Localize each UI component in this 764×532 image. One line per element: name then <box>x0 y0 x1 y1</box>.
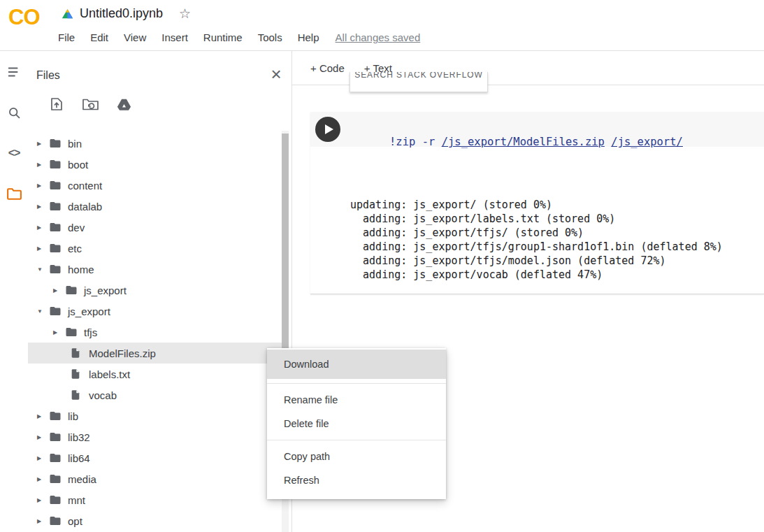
tree-item-label: etc <box>68 243 82 254</box>
code-line[interactable]: !zip -r /js_export/ModelFiles.zip /js_ex… <box>350 110 683 148</box>
folder-icon <box>49 305 62 317</box>
code-path-link[interactable]: /js_export/ <box>611 136 683 148</box>
menu-insert[interactable]: Insert <box>154 29 196 46</box>
table-of-contents-icon[interactable] <box>4 62 24 82</box>
folder-icon <box>49 473 62 485</box>
context-menu-item-delete-file[interactable]: Delete file <box>267 412 446 436</box>
menu-edit[interactable]: Edit <box>82 29 116 46</box>
upload-icon[interactable] <box>46 94 67 114</box>
folder-icon <box>49 158 62 171</box>
chevron-right-icon[interactable]: ▶ <box>37 518 49 524</box>
code-snippets-icon[interactable]: <> <box>4 143 24 163</box>
chevron-right-icon[interactable]: ▶ <box>37 434 49 440</box>
code-cell-editor[interactable]: !zip -r /js_export/ModelFiles.zip /js_ex… <box>310 112 764 147</box>
star-icon[interactable]: ☆ <box>179 6 191 22</box>
output-line: adding: js_export/tfjs/ (stored 0%) <box>350 226 764 240</box>
chevron-right-icon[interactable]: ▶ <box>37 182 49 189</box>
tree-item-lib64[interactable]: ▶lib64 <box>28 447 282 468</box>
colab-logo[interactable]: CO <box>8 5 40 30</box>
mount-drive-icon[interactable] <box>113 94 134 114</box>
tree-item-vocab[interactable]: vocab <box>28 384 282 405</box>
folder-icon <box>49 263 62 275</box>
tree-item-datalab[interactable]: ▶datalab <box>28 196 282 217</box>
code-text <box>605 136 611 148</box>
folder-icon <box>49 410 62 422</box>
context-menu-item-download[interactable]: Download <box>267 350 446 379</box>
context-menu-item-refresh[interactable]: Refresh <box>267 468 446 492</box>
add-code-button[interactable]: + Code <box>303 58 352 78</box>
refresh-folder-icon[interactable] <box>80 94 101 114</box>
notebook-title[interactable]: Untitled0.ipynb <box>80 6 163 21</box>
code-path-link[interactable]: /js_export/ModelFiles.zip <box>442 136 605 148</box>
chevron-right-icon[interactable]: ▶ <box>37 203 49 210</box>
tree-item-label: lib64 <box>68 452 90 464</box>
chevron-right-icon[interactable]: ▶ <box>37 476 49 482</box>
output-line: updating: js_export/ (stored 0%) <box>350 198 764 212</box>
tree-item-mnt[interactable]: ▶mnt <box>28 489 282 510</box>
output-line: adding: js_export/tfjs/model.json (defla… <box>350 254 764 268</box>
menu-bar: FileEditViewInsertRuntimeToolsHelpAll ch… <box>50 29 420 46</box>
menu-help[interactable]: Help <box>290 29 327 46</box>
file-context-menu: DownloadRename fileDelete fileCopy pathR… <box>267 348 446 499</box>
menu-view[interactable]: View <box>116 29 154 46</box>
tree-item-lib32[interactable]: ▶lib32 <box>28 426 282 447</box>
tree-item-js-export[interactable]: ▼js_export <box>28 301 282 322</box>
files-icon[interactable] <box>4 184 24 203</box>
context-menu-item-copy-path[interactable]: Copy path <box>267 445 446 468</box>
chevron-down-icon[interactable]: ▼ <box>37 308 49 315</box>
tree-item-label: datalab <box>68 201 102 213</box>
tree-item-tfjs[interactable]: ▶tfjs <box>28 322 282 343</box>
tree-item-etc[interactable]: ▶etc <box>28 238 282 259</box>
tree-item-home[interactable]: ▼home <box>28 259 282 280</box>
folder-icon <box>49 431 62 443</box>
chevron-right-icon[interactable]: ▶ <box>37 161 49 168</box>
search-icon[interactable] <box>4 103 24 122</box>
search-stack-overflow-button[interactable]: SEARCH STACK OVERFLOW <box>349 72 488 92</box>
chevron-right-icon[interactable]: ▶ <box>37 497 49 503</box>
tree-item-labels-txt[interactable]: labels.txt <box>28 364 282 384</box>
run-cell-button[interactable] <box>315 117 340 142</box>
folder-icon <box>65 284 78 296</box>
tree-item-label: mnt <box>68 494 85 506</box>
folder-icon <box>49 452 62 464</box>
code-cell: !zip -r /js_export/ModelFiles.zip /js_ex… <box>310 112 764 294</box>
chevron-right-icon[interactable]: ▶ <box>37 413 49 419</box>
chevron-right-icon[interactable]: ▶ <box>37 141 49 147</box>
tree-item-label: lib32 <box>68 431 90 443</box>
tree-item-js-export[interactable]: ▶js_export <box>28 280 282 301</box>
output-line: adding: js_export/tfjs/group1-shard1of1.… <box>350 240 764 254</box>
context-menu-item-rename-file[interactable]: Rename file <box>267 388 446 412</box>
chevron-right-icon[interactable]: ▶ <box>37 455 49 461</box>
save-status[interactable]: All changes saved <box>336 31 421 43</box>
chevron-right-icon[interactable]: ▶ <box>53 287 65 294</box>
files-scrollbar-thumb[interactable] <box>282 134 289 377</box>
tree-item-modelfiles-zip[interactable]: ModelFiles.zip <box>28 343 282 364</box>
tree-item-label: content <box>68 180 102 192</box>
menu-divider <box>267 440 446 440</box>
file-tree: ▶bin▶boot▶content▶datalab▶dev▶etc▼home▶j… <box>28 133 282 532</box>
tree-item-bin[interactable]: ▶bin <box>28 133 282 154</box>
tree-item-lib[interactable]: ▶lib <box>28 405 282 426</box>
tree-item-dev[interactable]: ▶dev <box>28 217 282 238</box>
code-text: !zip -r <box>389 136 442 148</box>
menu-divider <box>267 383 446 384</box>
menu-tools[interactable]: Tools <box>250 29 290 46</box>
tree-item-content[interactable]: ▶content <box>28 175 282 196</box>
tree-item-label: lib <box>68 410 78 422</box>
document-title-row: Untitled0.ipynb ☆ <box>62 6 191 22</box>
close-icon[interactable]: × <box>266 64 287 85</box>
folder-icon <box>65 326 78 338</box>
output-line: adding: js_export/vocab (deflated 47%) <box>350 268 764 282</box>
chevron-right-icon[interactable]: ▶ <box>37 245 49 252</box>
tree-item-media[interactable]: ▶media <box>28 468 282 489</box>
menu-runtime[interactable]: Runtime <box>196 29 250 46</box>
tree-item-opt[interactable]: ▶opt <box>28 510 282 531</box>
chevron-down-icon[interactable]: ▼ <box>37 266 49 273</box>
play-icon <box>325 124 333 134</box>
folder-icon <box>49 515 62 527</box>
chevron-right-icon[interactable]: ▶ <box>53 329 65 336</box>
menu-file[interactable]: File <box>50 29 82 46</box>
tree-item-boot[interactable]: ▶boot <box>28 154 282 175</box>
chevron-right-icon[interactable]: ▶ <box>37 224 49 231</box>
tree-item-label: dev <box>68 222 85 233</box>
